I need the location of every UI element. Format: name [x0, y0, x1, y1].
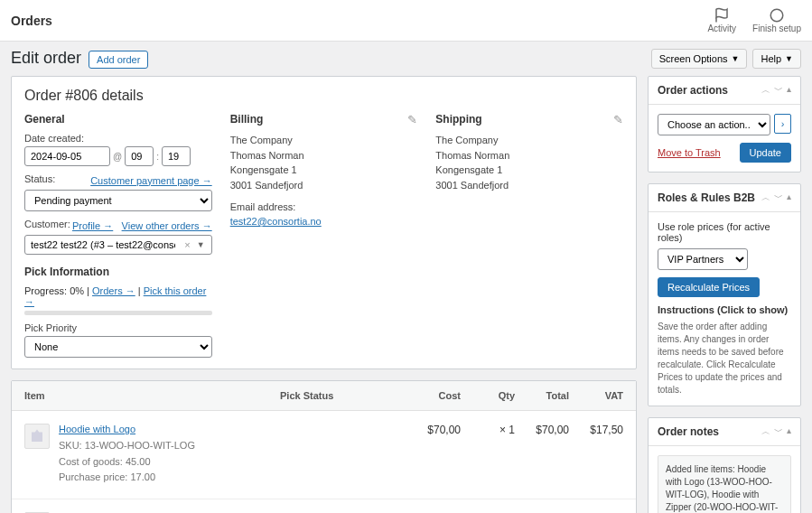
- billing-line: Thomas Norman: [230, 148, 418, 163]
- help-button[interactable]: Help▼: [752, 49, 801, 69]
- item-name-link[interactable]: Hoodie with Logo: [59, 424, 135, 434]
- roles-panel: Roles & Rules B2B ︿﹀▴ Use role prices (f…: [648, 183, 801, 406]
- pick-priority-label: Pick Priority: [24, 322, 212, 333]
- page-title: Edit order: [11, 49, 81, 68]
- date-created-label: Date created:: [24, 133, 212, 144]
- billing-line: Kongensgate 1: [230, 163, 418, 178]
- at-separator: @: [113, 152, 122, 162]
- circle-icon: [769, 7, 785, 23]
- note-item: Added line items: Hoodie with Logo (13-W…: [658, 455, 791, 513]
- item-cost: $70,00: [406, 424, 461, 436]
- shipping-line: The Company: [435, 133, 623, 148]
- use-role-label: Use role prices (for active roles): [658, 221, 791, 243]
- screen-options-button[interactable]: Screen Options▼: [651, 49, 748, 69]
- chevron-up-icon[interactable]: ︿: [761, 191, 770, 204]
- col-qty: Qty: [461, 390, 515, 401]
- general-heading: General: [24, 113, 212, 126]
- progress-bar: [24, 311, 212, 315]
- order-title: Order #806 details: [24, 88, 623, 104]
- update-button[interactable]: Update: [740, 143, 791, 163]
- apply-action-button[interactable]: ›: [774, 114, 791, 134]
- chevron-up-icon[interactable]: ▴: [787, 191, 791, 204]
- shipping-line: 3001 Sandefjord: [435, 178, 623, 193]
- item-pp: Purchase price: 17.00: [59, 470, 280, 486]
- order-actions-title: Order actions: [658, 84, 728, 97]
- edit-shipping-icon[interactable]: ✎: [613, 113, 623, 126]
- view-orders-link[interactable]: View other orders →: [122, 220, 212, 231]
- chevron-down-icon[interactable]: ﹀: [774, 84, 783, 97]
- col-cost: Cost: [406, 390, 461, 401]
- order-actions-panel: Order actions ︿﹀▴ Choose an action... › …: [648, 76, 801, 173]
- pick-priority-select[interactable]: None: [24, 336, 212, 358]
- chevron-down-icon: ▼: [732, 54, 740, 63]
- finish-setup-label: Finish setup: [752, 23, 801, 33]
- date-input[interactable]: [24, 146, 110, 166]
- activity-button[interactable]: Activity: [707, 7, 736, 33]
- shipping-heading: Shipping: [435, 113, 623, 126]
- recalculate-button[interactable]: Recalculate Prices: [658, 277, 760, 297]
- customer-payment-link[interactable]: Customer payment page →: [90, 175, 212, 186]
- billing-line: 3001 Sandefjord: [230, 178, 418, 193]
- item-row: Hoodie with Logo SKU: 13-WOO-HOO-WIT-LOG…: [12, 411, 636, 499]
- item-vat: $17,50: [569, 424, 623, 436]
- minute-input[interactable]: [162, 146, 191, 166]
- item-total: $70,00: [515, 424, 569, 436]
- chevron-up-icon[interactable]: ︿: [761, 84, 770, 97]
- notes-panel: Order notes ︿﹀▴ Added line items: Hoodie…: [648, 417, 801, 513]
- activity-label: Activity: [707, 23, 736, 33]
- chevron-down-icon[interactable]: ▼: [197, 240, 205, 249]
- page-breadcrumb: Orders: [11, 14, 52, 28]
- svg-point-1: [770, 9, 783, 22]
- chevron-down-icon: ▼: [785, 54, 793, 63]
- notes-title: Order notes: [658, 425, 719, 438]
- pick-info-heading: Pick Information: [24, 266, 212, 278]
- col-total: Total: [515, 390, 569, 401]
- chevron-up-icon[interactable]: ▴: [787, 84, 791, 97]
- items-panel: Item Pick Status Cost Qty Total VAT Hood…: [11, 380, 637, 513]
- add-order-button[interactable]: Add order: [89, 51, 148, 69]
- finish-setup-button[interactable]: Finish setup: [752, 7, 801, 33]
- action-select[interactable]: Choose an action...: [658, 114, 770, 135]
- progress-label: Progress: 0%: [24, 285, 84, 296]
- customer-label: Customer:: [24, 219, 70, 229]
- billing-email[interactable]: test22@consortia.no: [230, 216, 322, 227]
- item-qty: × 1: [461, 424, 515, 436]
- instructions-text: Save the order after adding items. Any c…: [658, 321, 791, 396]
- billing-heading: Billing: [230, 113, 418, 126]
- billing-line: The Company: [230, 133, 418, 148]
- col-item: Item: [24, 390, 280, 401]
- pick-orders-link[interactable]: Orders →: [92, 285, 135, 296]
- col-pick-status: Pick Status: [280, 390, 406, 401]
- roles-title: Roles & Rules B2B: [658, 191, 755, 204]
- item-cog: Cost of goods: 45.00: [59, 454, 280, 471]
- hour-input[interactable]: [125, 146, 154, 166]
- product-icon: [29, 428, 45, 444]
- chevron-up-icon[interactable]: ︿: [761, 425, 770, 438]
- clear-icon[interactable]: ×: [184, 239, 190, 250]
- chevron-down-icon[interactable]: ﹀: [774, 191, 783, 204]
- item-sku: SKU: 13-WOO-HOO-WIT-LOG: [59, 438, 280, 454]
- status-select[interactable]: Pending payment: [24, 190, 212, 211]
- edit-billing-icon[interactable]: ✎: [407, 113, 417, 126]
- col-vat: VAT: [569, 390, 623, 401]
- chevron-down-icon[interactable]: ﹀: [774, 425, 783, 438]
- email-label: Email address:: [230, 201, 418, 212]
- item-row: Hoodie with Zipper SKU: 20-WOO-HOO-WIT-Z…: [12, 499, 636, 513]
- profile-link[interactable]: Profile →: [72, 220, 113, 231]
- product-thumbnail[interactable]: [24, 424, 50, 449]
- shipping-line: Kongensgate 1: [435, 163, 623, 178]
- move-to-trash-link[interactable]: Move to Trash: [658, 147, 721, 158]
- chevron-up-icon[interactable]: ▴: [787, 425, 791, 438]
- flag-icon: [714, 7, 730, 23]
- status-label: Status:: [24, 173, 55, 184]
- instructions-toggle[interactable]: Instructions (Click to show): [658, 304, 791, 315]
- chevron-right-icon: ›: [781, 118, 785, 129]
- order-details-panel: Order #806 details General Date created:…: [11, 76, 637, 369]
- shipping-line: Thomas Norman: [435, 148, 623, 163]
- role-select[interactable]: VIP Partners: [658, 248, 748, 270]
